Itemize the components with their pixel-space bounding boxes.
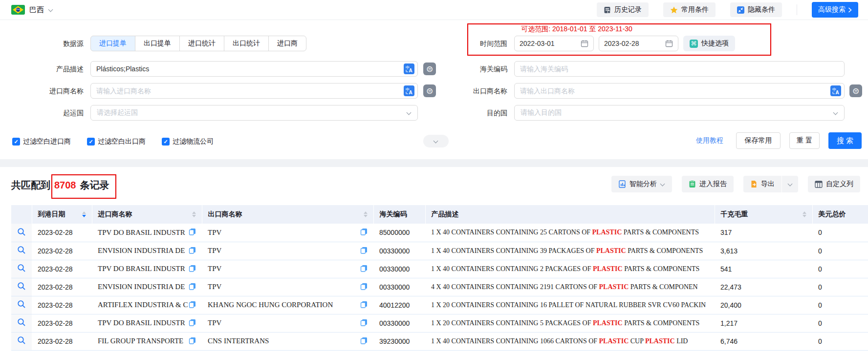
copy-icon[interactable] (189, 319, 196, 328)
desc-text: 1 X 40 CONTAINERS CONTAINING 2 PACKAGES … (431, 265, 593, 272)
hide-conditions-button[interactable]: 隐藏条件 (730, 2, 782, 17)
cell-hs-code: 00330000 (373, 260, 425, 278)
report-icon (689, 180, 696, 188)
search-button[interactable]: 搜 索 (828, 132, 862, 149)
cell-importer: ARTIFLEX INDUSTRIA & C (92, 296, 202, 314)
filter-checkbox-label: 过滤空白进口商 (23, 137, 71, 146)
save-common-button[interactable]: 保存常用 (736, 132, 781, 149)
row-detail-search-icon[interactable] (17, 336, 26, 345)
custom-columns-button[interactable]: 自定义列 (808, 176, 860, 192)
filter-checkbox-0[interactable]: ✓ 过滤空白进口商 (12, 137, 71, 146)
country-selector[interactable]: 巴西 (11, 5, 53, 15)
arrow-right-icon (848, 7, 852, 13)
copy-icon[interactable] (189, 283, 196, 292)
sort-icon[interactable] (364, 211, 368, 217)
copy-icon[interactable] (360, 283, 368, 292)
filter-checkbox-label: 过滤物流公司 (173, 137, 214, 146)
checkbox-checked-icon[interactable]: ✓ (12, 138, 20, 146)
column-header-2[interactable]: 进口商名称 (92, 205, 202, 224)
highlight-keyword: PLASTIC (592, 229, 622, 236)
copy-icon[interactable] (189, 228, 196, 237)
translate-icon[interactable]: 中 A (830, 85, 841, 96)
cell-exporter: KHANG NGOC HUNG CORPORATION (202, 296, 373, 314)
desc-text: 4 X 40 CONTAINERS CONTAINING 2191 CARTON… (431, 283, 599, 291)
sort-icon[interactable] (192, 211, 196, 217)
enter-report-label: 进入报告 (699, 180, 727, 188)
copy-icon[interactable] (189, 301, 196, 310)
expand-collapse-button[interactable] (423, 135, 449, 147)
copy-icon[interactable] (189, 337, 196, 346)
hs-code-input[interactable] (514, 61, 845, 77)
checkbox-checked-icon[interactable]: ✓ (87, 138, 95, 146)
export-more-button[interactable] (782, 176, 798, 192)
filter-checkbox-1[interactable]: ✓ 过滤空白出口商 (87, 137, 146, 146)
cell-product-desc: 4 X 40 CONTAINERS CONTAINING 2191 CARTON… (425, 278, 715, 296)
results-table: 到港日期 进口商名称 出口商名称 海关编码 产品描述 千克毛重 (11, 205, 868, 351)
desc-text: LID (675, 337, 688, 345)
copy-icon[interactable] (360, 319, 368, 328)
exact-match-icon[interactable]: ⊜ (849, 84, 862, 97)
cell-exporter: TPV (202, 278, 373, 296)
enter-report-button[interactable]: 进入报告 (682, 176, 734, 192)
exporter-input[interactable] (514, 83, 845, 99)
column-header-3[interactable]: 出口商名称 (202, 205, 373, 224)
smart-analysis-label: 智能分析 (629, 180, 657, 188)
cell-hs-code: 39230000 (373, 332, 425, 350)
cell-usd-total: 0 (812, 260, 868, 278)
exporter-label: 出口商名称 (0, 83, 507, 99)
advanced-search-button[interactable]: 高级搜索 (812, 2, 858, 18)
column-header-label: 产品描述 (432, 210, 459, 219)
table-row: 2023-02-28 TPV DO BRASIL INDUSTR TPV 850… (11, 224, 868, 242)
cell-weight-kg: 6,746 (715, 332, 812, 350)
row-detail-search-icon[interactable] (17, 300, 26, 309)
brazil-flag-icon (11, 5, 25, 15)
row-detail-search-icon[interactable] (17, 228, 26, 236)
cell-hs-code: 00330000 (373, 278, 425, 296)
filter-checkbox-label: 过滤空白出口商 (98, 137, 146, 146)
table-row: 2023-02-28 TPV DO BRASIL INDUSTR TPV 003… (11, 314, 868, 332)
table-row: 2023-02-28 TPV DO BRASIL INDUSTR TPV 003… (11, 260, 868, 278)
tutorial-link[interactable]: 使用教程 (696, 136, 723, 145)
sort-icon[interactable] (803, 211, 806, 217)
date-to-value: 2023-02-28 (604, 40, 639, 47)
copy-icon[interactable] (360, 228, 368, 237)
column-header-6[interactable]: 千克毛重 (715, 205, 812, 224)
row-detail-search-icon[interactable] (17, 246, 26, 254)
result-count-suffix: 条记录 (80, 179, 109, 192)
export-button[interactable]: 导出 (743, 176, 782, 192)
result-count-prefix: 共匹配到 (11, 179, 50, 192)
favorites-button[interactable]: 常用条件 (663, 2, 716, 17)
row-detail-search-icon[interactable] (17, 264, 26, 272)
date-from-input[interactable]: 2022-03-01 (514, 36, 594, 51)
desc-text: 1 X 40 CONTAINERS CONTAINING 1066 CARTON… (431, 337, 599, 345)
cell-importer: TPV DO BRASIL INDUSTR (92, 224, 202, 242)
cell-weight-kg: 22,473 (715, 278, 812, 296)
result-count-title: 共匹配到 8708 条记录 (11, 179, 109, 192)
smart-analysis-button[interactable]: 智能分析 (611, 176, 672, 192)
table-row: 2023-02-28 FIL GROUP TRANSPORTE CNS INTE… (11, 332, 868, 350)
copy-icon[interactable] (360, 301, 368, 310)
cell-importer: TPV DO BRASIL INDUSTR (92, 314, 202, 332)
checkbox-checked-icon[interactable]: ✓ (162, 138, 170, 146)
copy-icon[interactable] (189, 247, 196, 255)
date-to-input[interactable]: 2023-02-28 (599, 36, 678, 51)
copy-icon[interactable] (360, 265, 368, 273)
copy-icon[interactable] (189, 265, 196, 273)
sort-icon[interactable] (82, 211, 86, 217)
quick-options-button[interactable]: ⌘ 快捷选项 (683, 36, 735, 51)
desc-text: 1 X 20 CONTAINERS CONTAINING 16 PALLET O… (431, 301, 706, 309)
filter-checkbox-2[interactable]: ✓ 过滤物流公司 (162, 137, 214, 146)
dest-country-select[interactable]: 请输入目的国 (514, 105, 845, 121)
column-header-1[interactable]: 到港日期 (32, 205, 92, 224)
row-detail-search-icon[interactable] (17, 318, 26, 327)
desc-text: PARTS & COMPONENTS (623, 265, 700, 272)
reset-button[interactable]: 重 置 (789, 132, 820, 149)
highlight-keyword: PLASTIC (645, 337, 675, 345)
cell-arrival-date: 2023-02-28 (32, 332, 92, 350)
table-row: 2023-02-28 ARTIFLEX INDUSTRIA & C KHANG … (11, 296, 868, 314)
copy-icon[interactable] (360, 247, 368, 255)
columns-icon (815, 181, 823, 188)
history-button[interactable]: 历史记录 (597, 2, 649, 17)
row-detail-search-icon[interactable] (17, 282, 26, 291)
copy-icon[interactable] (360, 337, 368, 346)
